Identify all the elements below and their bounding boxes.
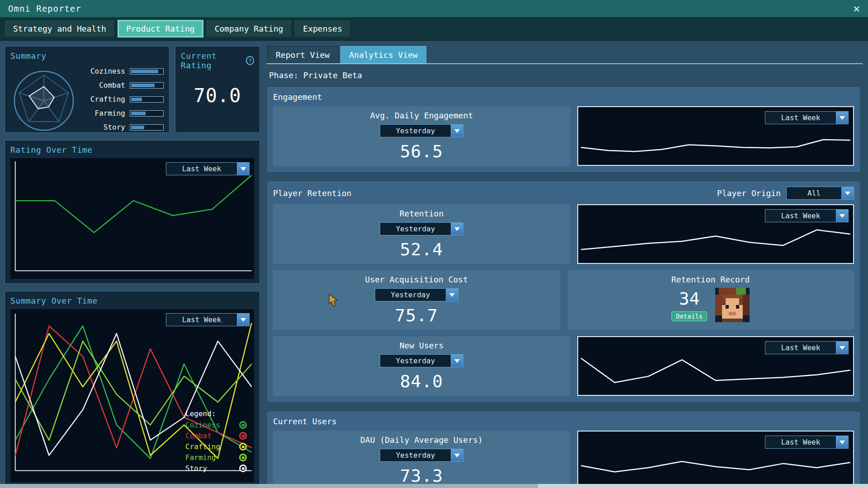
chevron-down-icon: [237, 163, 249, 175]
dau-chart-range-dropdown[interactable]: Last Week: [765, 436, 849, 449]
legend-item-crafting: Crafting: [185, 442, 247, 451]
dau-value: 73.3: [400, 466, 443, 486]
stat-row-combat: Combat: [82, 81, 164, 89]
legend-title: Legend:: [185, 409, 247, 418]
engagement-chart-range-dropdown[interactable]: Last Week: [765, 111, 849, 124]
legend-ring-icon: [239, 465, 247, 472]
omni-reporter-window: Omni Reporter ✕ Strategy and Health Prod…: [0, 0, 868, 488]
stat-label: Combat: [82, 81, 125, 89]
stat-bar: [130, 124, 164, 131]
chevron-down-icon: [836, 112, 848, 124]
summary-radar-chart: [10, 66, 77, 133]
stat-label: Crafting: [82, 95, 125, 103]
stat-bar: [130, 68, 164, 75]
stat-label: Farming: [82, 109, 125, 117]
phase-label: Phase: Private Beta: [269, 70, 858, 80]
metric-label: DAU (Daily Average Users): [360, 435, 483, 445]
help-icon[interactable]: ?: [246, 56, 254, 65]
new-users-range-dropdown[interactable]: Yesterday: [380, 354, 463, 367]
content-area: Summary Coziness Combat: [0, 41, 868, 488]
current-users-title: Current Users: [273, 417, 854, 426]
legend-item-coziness: Coziness: [185, 421, 247, 429]
tab-product-rating[interactable]: Product Rating: [118, 20, 203, 38]
legend-ring-icon: [239, 443, 247, 450]
left-column: Summary Coziness Combat: [5, 46, 260, 487]
tab-report-view[interactable]: Report View: [267, 46, 338, 63]
retention-range-dropdown[interactable]: Yesterday: [380, 222, 463, 235]
chevron-down-icon: [836, 210, 848, 222]
summary-title: Summary: [10, 51, 164, 61]
chevron-down-icon: [451, 449, 463, 461]
legend-item-story: Story: [185, 464, 247, 473]
summary-stats: Coziness Combat Crafting: [82, 64, 164, 134]
stat-label: Coziness: [82, 67, 125, 75]
chevron-down-icon: [237, 314, 249, 326]
retention-chart-range-dropdown[interactable]: Last Week: [765, 209, 849, 222]
stat-row-story: Story: [82, 123, 164, 131]
chevron-down-icon: [841, 187, 854, 199]
stat-bar-fill: [131, 126, 144, 129]
summary-row: Summary Coziness Combat: [5, 46, 260, 133]
acquisition-value: 75.7: [395, 305, 438, 325]
engagement-value: 56.5: [400, 141, 443, 161]
summary-panel: Summary Coziness Combat: [5, 46, 170, 133]
chevron-down-icon: [836, 342, 848, 354]
retention-card: Retention Yesterday 52.4: [273, 204, 570, 264]
stat-bar-fill: [131, 98, 142, 101]
retention-value: 52.4: [400, 239, 443, 259]
rating-line-chart: [10, 158, 254, 279]
horizontal-scrollbar[interactable]: [0, 484, 868, 488]
rating-over-time-range-dropdown[interactable]: Last Week: [166, 162, 250, 175]
legend-ring-icon: [239, 421, 247, 429]
close-icon[interactable]: ✕: [854, 3, 860, 14]
tab-company-rating[interactable]: Company Rating: [206, 20, 292, 38]
details-button[interactable]: Details: [671, 311, 707, 321]
dau-range-dropdown[interactable]: Yesterday: [380, 449, 463, 462]
chevron-down-icon: [451, 355, 463, 367]
stat-bar-fill: [131, 70, 158, 73]
stat-bar: [130, 82, 164, 89]
user-acquisition-cost-card: User Acquisition Cost Yesterday 75.7: [273, 270, 560, 330]
stat-row-crafting: Crafting: [82, 95, 164, 103]
stat-bar-fill: [131, 112, 146, 115]
metric-label: User Acquisition Cost: [365, 275, 468, 284]
stat-row-farming: Farming: [82, 109, 164, 117]
engagement-section: Engagement Avg. Daily Engagement Yesterd…: [266, 86, 861, 173]
tab-strategy-and-health[interactable]: Strategy and Health: [5, 20, 115, 38]
analytics-scroll-area: Phase: Private Beta Engagement Avg. Dail…: [266, 64, 863, 487]
current-rating-panel: Current Rating ? 70.0: [175, 46, 260, 133]
new-users-chart: Last Week: [577, 336, 854, 396]
window-title: Omni Reporter: [8, 4, 81, 14]
tab-expenses[interactable]: Expenses: [294, 20, 351, 38]
stat-row-coziness: Coziness: [82, 67, 164, 75]
current-rating-title: Current Rating: [181, 51, 242, 70]
stat-label: Story: [82, 123, 125, 131]
stat-bar: [130, 110, 164, 117]
avg-daily-engagement-card: Avg. Daily Engagement Yesterday 56.5: [273, 106, 570, 166]
chart-legend: Legend: Coziness Combat Crafting: [185, 409, 247, 475]
current-users-section: Current Users DAU (Daily Average Users) …: [266, 411, 861, 487]
chevron-down-icon: [451, 125, 463, 137]
acquisition-range-dropdown[interactable]: Yesterday: [375, 288, 458, 301]
metric-label: Retention Record: [671, 275, 750, 284]
retention-record-card: Retention Record 34 Details: [567, 270, 854, 330]
stat-bar-fill: [131, 84, 155, 87]
engagement-range-dropdown[interactable]: Yesterday: [380, 124, 463, 137]
summary-over-time-panel: Summary Over Time Last Week Legend: Cozi…: [5, 291, 260, 487]
engagement-title: Engagement: [273, 92, 854, 102]
metric-label: Avg. Daily Engagement: [370, 111, 473, 120]
retention-chart: Last Week: [577, 204, 854, 264]
rating-over-time-panel: Rating Over Time Last Week: [5, 140, 260, 284]
chevron-down-icon: [836, 436, 848, 448]
legend-ring-icon: [239, 432, 247, 440]
new-users-chart-range-dropdown[interactable]: Last Week: [765, 341, 849, 354]
main-area: Report View Analytics View Phase: Privat…: [266, 46, 863, 487]
top-tab-bar: Strategy and Health Product Rating Compa…: [0, 17, 868, 41]
player-origin-dropdown[interactable]: All: [786, 187, 854, 200]
summary-over-time-range-dropdown[interactable]: Last Week: [166, 313, 250, 326]
tab-analytics-view[interactable]: Analytics View: [340, 46, 426, 63]
summary-over-time-title: Summary Over Time: [10, 296, 254, 305]
player-retention-section: Player Retention Player Origin All Reten…: [266, 181, 861, 403]
scrollbar-thumb[interactable]: [0, 484, 538, 488]
current-rating-value: 70.0: [181, 84, 254, 107]
